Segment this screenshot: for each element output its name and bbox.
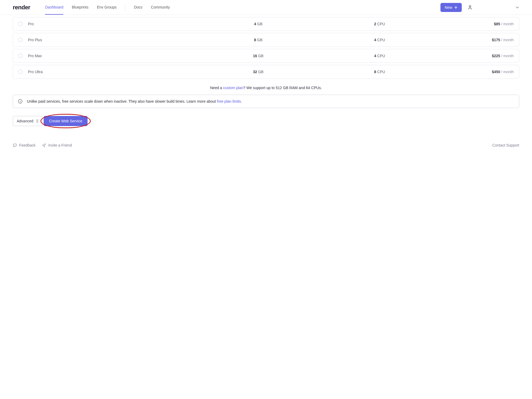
- plan-name: Pro Plus: [28, 38, 196, 42]
- user-icon[interactable]: [467, 5, 473, 10]
- create-web-service-button[interactable]: Create Web Service: [44, 116, 88, 126]
- custom-plan-message: Need a custom plan? We support up to 512…: [13, 79, 519, 95]
- chat-icon: [13, 143, 17, 147]
- footer: Feedback Invite a Friend Contact Support: [13, 143, 519, 147]
- plan-row-pro-ultra[interactable]: Pro Ultra 32 GB 8 CPU $450 / month: [13, 65, 519, 79]
- primary-nav: Dashboard Blueprints Env Groups Docs Com…: [45, 0, 440, 15]
- create-button-wrap: Create Web Service: [44, 116, 88, 126]
- plan-price: $175 / month: [439, 38, 514, 42]
- invite-link[interactable]: Invite a Friend: [42, 143, 72, 147]
- svg-point-3: [20, 100, 20, 101]
- svg-point-0: [469, 6, 471, 7]
- send-icon: [42, 143, 46, 147]
- radio-unchecked[interactable]: [18, 22, 23, 26]
- plan-row-pro[interactable]: Pro 4 GB 2 CPU $85 / month: [13, 17, 519, 31]
- nav-dashboard[interactable]: Dashboard: [45, 0, 63, 15]
- plan-row-pro-plus[interactable]: Pro Plus 8 GB 4 CPU $175 / month: [13, 33, 519, 47]
- info-banner-text: Unlike paid services, free services scal…: [27, 99, 242, 103]
- radio-unchecked[interactable]: [18, 38, 23, 42]
- header-right: New: [440, 3, 519, 12]
- advanced-toggle[interactable]: Advanced: [13, 116, 43, 126]
- nav-docs[interactable]: Docs: [134, 0, 142, 15]
- plan-cpu: 4 CPU: [320, 54, 439, 58]
- free-plan-limits-link[interactable]: free plan limits: [217, 99, 241, 103]
- new-button[interactable]: New: [440, 3, 462, 12]
- chevron-updown-icon: [36, 119, 39, 123]
- logo: render: [13, 4, 30, 11]
- nav-env-groups[interactable]: Env Groups: [97, 0, 117, 15]
- info-icon: [18, 99, 23, 104]
- radio-unchecked[interactable]: [18, 54, 23, 58]
- plan-ram: 4 GB: [196, 22, 320, 26]
- plan-ram: 8 GB: [196, 38, 320, 42]
- plan-price: $85 / month: [439, 22, 514, 26]
- advanced-label: Advanced: [17, 119, 33, 123]
- nav-blueprints[interactable]: Blueprints: [72, 0, 88, 15]
- plan-cpu: 2 CPU: [320, 22, 439, 26]
- contact-support-link[interactable]: Contact Support: [492, 143, 519, 147]
- plan-price: $225 / month: [439, 54, 514, 58]
- svg-rect-4: [13, 144, 16, 146]
- plan-price: $450 / month: [439, 70, 514, 74]
- feedback-label: Feedback: [19, 143, 35, 147]
- info-banner: Unlike paid services, free services scal…: [13, 95, 519, 108]
- invite-label: Invite a Friend: [48, 143, 72, 147]
- header-bar: render Dashboard Blueprints Env Groups D…: [0, 0, 532, 15]
- nav-divider: [125, 4, 125, 11]
- plan-cpu: 8 CPU: [320, 70, 439, 74]
- account-chevron-down-icon[interactable]: [515, 6, 519, 9]
- plan-name: Pro: [28, 22, 196, 26]
- new-button-label: New: [445, 5, 452, 10]
- plan-name: Pro Ultra: [28, 70, 196, 74]
- radio-unchecked[interactable]: [18, 70, 23, 74]
- feedback-link[interactable]: Feedback: [13, 143, 35, 147]
- plus-icon: [454, 6, 457, 9]
- plan-ram: 16 GB: [196, 54, 320, 58]
- plan-cpu: 4 CPU: [320, 38, 439, 42]
- custom-plan-link[interactable]: custom plan: [223, 86, 243, 90]
- plan-name: Pro Max: [28, 54, 196, 58]
- contact-support-label: Contact Support: [492, 143, 519, 147]
- plan-ram: 32 GB: [196, 70, 320, 74]
- main-content: Pro 4 GB 2 CPU $85 / month Pro Plus 8 GB…: [0, 17, 532, 154]
- nav-community[interactable]: Community: [151, 0, 170, 15]
- plan-row-pro-max[interactable]: Pro Max 16 GB 4 CPU $225 / month: [13, 49, 519, 63]
